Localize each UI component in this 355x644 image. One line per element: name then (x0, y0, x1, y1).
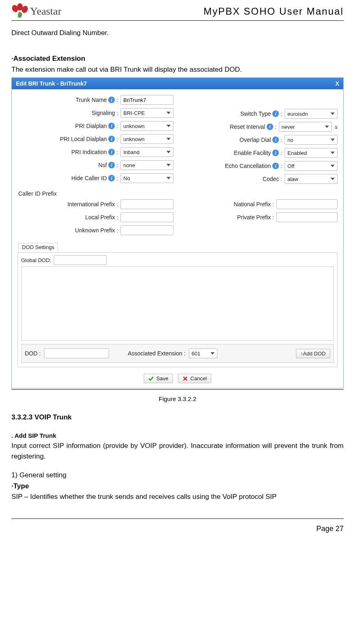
info-icon[interactable]: i (272, 150, 279, 156)
assoc-ext-label: Associated Extension : (128, 350, 186, 357)
info-icon[interactable]: i (267, 124, 273, 130)
dod-settings-box: Global DOD: DOD : Associated Extension :… (18, 252, 337, 367)
info-icon[interactable]: i (108, 149, 115, 155)
reset-interval-select[interactable]: never (279, 122, 332, 132)
codec-select[interactable]: alaw (285, 174, 337, 184)
dod-list[interactable] (21, 267, 334, 341)
pri-dialplan-label: PRI Dialplan (75, 123, 107, 129)
intro-text: Direct Outward Dialing Number. (11, 28, 344, 38)
enable-facility-label: Enable Facility (234, 150, 271, 156)
info-icon[interactable]: i (272, 137, 279, 143)
hide-caller-id-label: Hide Caller ID (71, 175, 107, 181)
pri-indication-label: PRI Indication (71, 149, 107, 155)
dod-input[interactable] (44, 348, 109, 358)
switch-type-select[interactable]: euroisdn (285, 109, 337, 119)
overlap-dial-label: Overlap Dial (239, 137, 271, 143)
intl-prefix-input[interactable] (121, 199, 173, 209)
signaling-select[interactable]: BRI-CPE (121, 108, 173, 118)
assoc-ext-body: The extension make call out via BRI Trun… (11, 64, 344, 75)
info-icon[interactable]: i (108, 175, 115, 181)
enable-facility-select[interactable]: Enabled (285, 148, 337, 158)
brand-name: Yeastar (30, 5, 61, 18)
global-dod-input[interactable] (54, 255, 107, 265)
hide-caller-id-select[interactable]: No (121, 173, 173, 183)
check-icon (148, 376, 154, 382)
unknown-prefix-label: Unknown Prefix (75, 227, 115, 234)
echo-cancel-label: Echo Cancellation (225, 163, 271, 169)
pri-indication-select[interactable]: Inband (121, 147, 173, 157)
info-icon[interactable]: i (108, 97, 115, 103)
add-sip-trunk-body: Input correct SIP information (provide b… (11, 441, 344, 462)
doc-title: MyPBX SOHO User Manual (204, 6, 344, 17)
private-prefix-label: Private Prefix (237, 214, 271, 221)
local-prefix-input[interactable] (121, 212, 173, 222)
codec-label: Codec (263, 176, 279, 182)
type-heading: ·Type (11, 481, 344, 492)
brand-logo: Yeastar (11, 4, 61, 19)
trunk-name-label: Trunk Name (76, 97, 107, 103)
cross-icon (182, 376, 188, 382)
dod-label: DOD : (25, 350, 41, 357)
caller-id-prefix-heading: Caller ID Prefix (18, 190, 337, 197)
pri-local-dialplan-label: PRI Local Dialplan (60, 136, 107, 142)
overlap-dial-select[interactable]: no (285, 135, 337, 145)
save-button[interactable]: Save (144, 374, 173, 383)
close-icon[interactable]: X (335, 80, 339, 87)
dialog-titlebar: Edit BRI Trunk - BriTrunk7 X (12, 78, 343, 89)
intl-prefix-label: International Prefix (68, 201, 115, 207)
switch-type-label: Switch Type (240, 110, 271, 117)
national-prefix-label: National Prefix (234, 201, 271, 207)
nsf-select[interactable]: none (121, 160, 173, 170)
edit-bri-trunk-dialog: Edit BRI Trunk - BriTrunk7 X Trunk Name … (11, 77, 344, 388)
dod-settings-tab: DOD Settings (18, 243, 58, 251)
dialog-title-text: Edit BRI Trunk - BriTrunk7 (16, 80, 87, 87)
type-body: SIP – Identifies whether the trunk sends… (11, 492, 344, 502)
cancel-button[interactable]: Cancel (178, 374, 211, 383)
private-prefix-input[interactable] (276, 212, 337, 222)
global-dod-label: Global DOD: (21, 257, 51, 263)
info-icon[interactable]: i (108, 162, 115, 168)
signaling-label: Signaling (92, 110, 115, 116)
pri-dialplan-select[interactable]: unknown (121, 121, 173, 131)
assoc-ext-heading: ·Associated Extension (11, 53, 344, 64)
assoc-ext-select[interactable]: 601 (189, 348, 217, 358)
info-icon[interactable]: i (108, 123, 115, 129)
info-icon[interactable]: i (272, 110, 279, 117)
general-setting-heading: 1) General setting (11, 470, 344, 481)
unknown-prefix-input[interactable] (121, 225, 173, 235)
pri-local-dialplan-select[interactable]: unknown (121, 134, 173, 144)
add-sip-trunk-heading: . Add SIP Trunk (11, 431, 344, 440)
voip-trunk-heading: 3.3.2.3 VOIP Trunk (11, 412, 344, 423)
page-number: Page 27 (316, 525, 344, 533)
info-icon[interactable]: i (272, 163, 279, 169)
brand-logo-mark (11, 4, 28, 19)
echo-cancel-select[interactable]: Off (285, 161, 337, 171)
reset-interval-label: Reset Interval (230, 124, 265, 130)
local-prefix-label: Local Prefix (85, 214, 115, 221)
nsf-label: Nsf (98, 162, 107, 168)
info-icon[interactable]: i (108, 136, 115, 142)
trunk-name-input[interactable] (121, 95, 173, 105)
add-dod-button[interactable]: ↑Add DOD (296, 349, 330, 358)
national-prefix-input[interactable] (276, 199, 337, 209)
reset-interval-unit: s (335, 124, 338, 130)
figure-caption: Figure 3.3.2.2 (11, 395, 344, 402)
